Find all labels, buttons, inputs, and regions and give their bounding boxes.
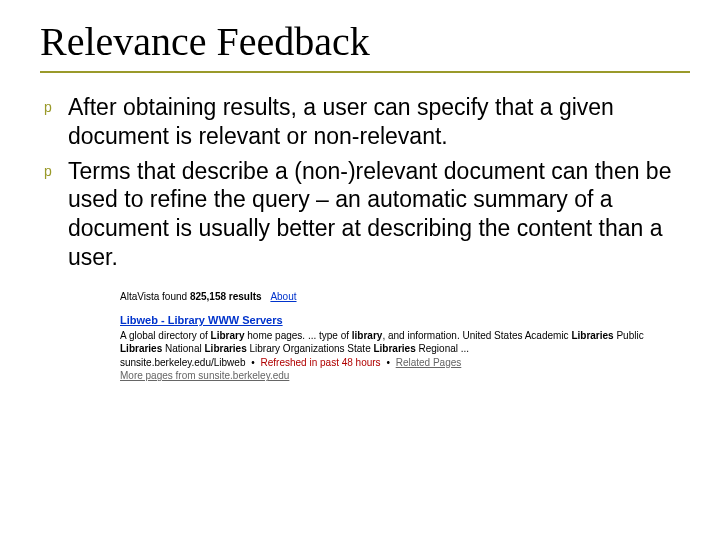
search-header-suffix: results (226, 291, 262, 302)
list-item: p After obtaining results, a user can sp… (44, 93, 690, 151)
result-title-link[interactable]: Libweb - Library WWW Servers (120, 313, 283, 328)
search-result-count: 825,158 (190, 291, 226, 302)
bullet-list: p After obtaining results, a user can sp… (40, 93, 690, 272)
search-result-block: AltaVista found 825,158 results About Li… (120, 290, 660, 383)
bullet-text: After obtaining results, a user can spec… (68, 93, 690, 151)
related-pages-link[interactable]: Related Pages (396, 357, 462, 368)
page-title: Relevance Feedback (40, 18, 690, 65)
slide: Relevance Feedback p After obtaining res… (0, 0, 720, 540)
bullet-marker: p (44, 157, 68, 272)
search-header: AltaVista found 825,158 results About (120, 290, 660, 304)
refreshed-label: Refreshed in past 48 hours (261, 357, 381, 368)
search-header-prefix: AltaVista found (120, 291, 190, 302)
separator-dot: • (251, 357, 255, 368)
search-result: Libweb - Library WWW Servers A global di… (120, 313, 660, 383)
bullet-text: Terms that describe a (non-)relevant doc… (68, 157, 690, 272)
title-underline (40, 71, 690, 73)
result-url: sunsite.berkeley.edu/Libweb (120, 357, 245, 368)
more-pages-link[interactable]: More pages from sunsite.berkeley.edu (120, 370, 289, 381)
list-item: p Terms that describe a (non-)relevant d… (44, 157, 690, 272)
bullet-marker: p (44, 93, 68, 151)
separator-dot: • (386, 357, 390, 368)
result-description: A global directory of Library home pages… (120, 330, 644, 355)
about-link[interactable]: About (270, 291, 296, 302)
